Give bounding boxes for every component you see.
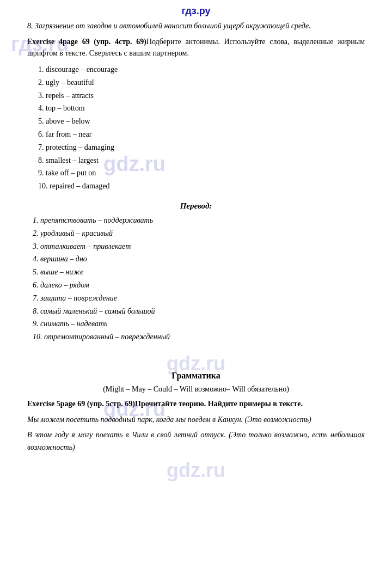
translation-item: 1. препятствовать – поддерживать	[33, 214, 365, 227]
translation-item: 7. защита – повреждение	[33, 292, 365, 305]
list-item: 5. above – below	[38, 115, 365, 128]
translation-item: 2. уродливый – красивый	[33, 227, 365, 240]
grammar-section: gdz.ru Грамматика	[27, 352, 365, 381]
translation-item: 10. отремонтированный – поврежденный	[33, 331, 365, 344]
translation-item: 5. выше – ниже	[33, 266, 365, 279]
exercise4-title: Exercise 4page 69 (упр. 4стр. 69)	[27, 38, 146, 46]
exercise4-header: Exercise 4page 69 (упр. 4стр. 69)Подбери…	[27, 36, 365, 59]
grammar-subtitle: (Might – May – Could – Will возможно– Wi…	[27, 385, 365, 394]
exercise5-title: Exercise 5page 69 (упр. 5стр. 69)	[27, 400, 135, 408]
exercise5-item: В этом году я могу поехать в Чили в свой…	[27, 429, 365, 454]
translation-item: 6. далеко – рядом	[33, 279, 365, 292]
exercise4-list: 1. discourage – encourage 2. ugly – beau…	[38, 63, 365, 193]
translation-item: 8. самый маленький – самый большой	[33, 305, 365, 318]
translation-list: 1. препятствовать – поддерживать 2. урод…	[33, 214, 365, 344]
list-item: 6. far from – near	[38, 128, 365, 141]
page: гдз.ру 8. Загрязнение от заводов и автом…	[0, 0, 392, 493]
translation-item: 9. снимать – надевать	[33, 317, 365, 331]
list-item: 1. discourage – encourage	[38, 63, 365, 76]
footer-watermark: gdz.ru	[27, 459, 365, 482]
grammar-label: Грамматика	[167, 371, 225, 381]
list-item: 8. smallest – largest	[38, 154, 365, 167]
exercise5-item: Мы можем посетить подводный парк, когда …	[27, 414, 365, 426]
translation-item: 3. отталкивает – привлекает	[33, 240, 365, 253]
translation-header: Перевод:	[27, 201, 365, 211]
top-watermark: гдз.ру	[27, 5, 365, 17]
intro-text: 8. Загрязнение от заводов и автомобилей …	[27, 20, 365, 32]
list-item: 2. ugly – beautiful	[38, 76, 365, 89]
list-item: 7. protecting – damaging	[38, 141, 365, 154]
translation-item: 4. вершина – дно	[33, 253, 365, 266]
list-item: 9. take off – put on	[38, 167, 365, 180]
list-item: 4. top – bottom	[38, 102, 365, 115]
list-item: 3. repels – attracts	[38, 89, 365, 102]
exercise5-header: Exercise 5page 69 (упр. 5стр. 69)Прочита…	[27, 398, 365, 409]
exercise5-instruction: Прочитайте теорию. Найдите примеры в тек…	[135, 400, 303, 408]
list-item: 10. repaired – damaged	[38, 180, 365, 193]
exercise5-list: Мы можем посетить подводный парк, когда …	[27, 414, 365, 454]
